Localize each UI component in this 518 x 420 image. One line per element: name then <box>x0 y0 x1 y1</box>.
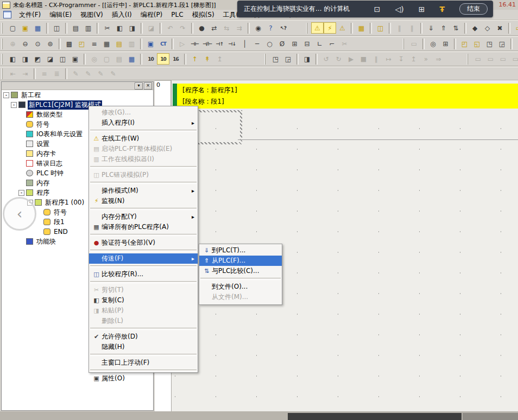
tree-expand-toggle[interactable] <box>18 112 24 118</box>
tree-expand-toggle[interactable] <box>18 180 24 186</box>
pause2-icon[interactable]: ∥ <box>406 22 418 34</box>
upload-from-plc-icon[interactable]: ⇑ <box>437 22 450 34</box>
cut-icon[interactable]: ✂ <box>101 22 113 34</box>
menu-view[interactable]: 视图(V) <box>76 10 108 20</box>
sub-to-plc[interactable]: ⇓ 到PLC(T)... <box>199 245 282 256</box>
simulation-play-icon[interactable]: ▶ <box>345 53 357 65</box>
tree-expand-toggle[interactable] <box>36 229 42 235</box>
indent-right-icon[interactable]: ⇥ <box>19 68 31 79</box>
work-online-icon[interactable]: ⚠ <box>311 22 324 34</box>
rung-comment-icon[interactable]: ▥ <box>125 38 138 49</box>
pause-monitoring-icon[interactable]: ⚠ <box>336 22 349 34</box>
ctx-compare-program[interactable]: ◫ 比较程序(R)... <box>89 269 198 279</box>
monitor-data-icon[interactable]: CT <box>157 38 169 49</box>
tree-item-new-project[interactable]: - 新工程 <box>2 90 153 100</box>
ctx-work-online-simulator[interactable]: ▥ 工作在线模拟器(I) <box>89 154 198 164</box>
tree-expand-toggle[interactable]: - <box>18 190 24 196</box>
function-block-icon[interactable]: ⊟ <box>301 38 313 49</box>
new-contact-icon[interactable]: ⊣⊢ <box>188 38 201 49</box>
tree-expand-toggle[interactable] <box>36 209 42 215</box>
share-back-button[interactable]: ‹ <box>3 197 36 231</box>
simulation-stop-icon[interactable]: ■ <box>357 53 370 65</box>
compare-programs-icon[interactable]: ◫ <box>50 22 63 34</box>
ctx-memory-allocation[interactable]: 内存分配(Y) ▸ <box>89 212 198 222</box>
tree-expand-toggle[interactable] <box>18 122 24 128</box>
end-session-button[interactable]: 结束 <box>459 3 488 15</box>
tree-expand-toggle[interactable] <box>18 170 24 176</box>
scrollbar-thumb[interactable] <box>288 413 462 420</box>
window-layout-icon[interactable]: ⊞ <box>419 5 425 14</box>
tree-expand-toggle[interactable] <box>18 141 24 147</box>
menu-program[interactable]: 编程(P) <box>136 10 167 20</box>
context-help-icon[interactable]: ↖? <box>277 22 289 34</box>
ctx-operating-mode[interactable]: 操作模式(M) ▸ <box>89 186 198 196</box>
force-cancel-icon[interactable]: ✖ <box>494 22 506 34</box>
ctx-compile-all-plc-programs[interactable]: ▦ 编译所有的PLC程序(A) <box>89 222 198 232</box>
ctx-copy[interactable]: ◧ 复制(C) <box>89 295 198 306</box>
new-instruction-icon[interactable]: ⊞ <box>288 38 301 49</box>
print-preview-icon[interactable]: ▥ <box>82 22 94 34</box>
find-next-icon[interactable]: ⇆ <box>220 22 233 34</box>
vertical-line-icon[interactable]: │ <box>238 38 251 49</box>
block-comment-icon[interactable]: ≡ <box>38 68 50 79</box>
ctx-properties[interactable]: ▣ 属性(O) <box>89 373 198 384</box>
ctx-paste[interactable]: ◨ 粘贴(P) <box>89 306 198 316</box>
invoke-fb-icon[interactable]: ∟ <box>313 38 326 49</box>
about-icon[interactable]: ◉ <box>252 22 264 34</box>
speaker-icon[interactable]: ◁) <box>395 5 403 14</box>
simulator-debug-icon[interactable]: ◨ <box>301 53 313 65</box>
new-closed-coil-icon[interactable]: Ø <box>276 38 288 49</box>
bottom-scrollbar[interactable] <box>0 411 518 420</box>
simulator-settings-icon[interactable]: ◲ <box>282 53 294 65</box>
tree-expand-toggle[interactable] <box>18 239 24 245</box>
plc-settings-icon[interactable]: ◎ <box>427 38 439 49</box>
ctx-plc-error-simulation[interactable]: ◫ PLC错误模拟(P) <box>89 170 198 180</box>
fb-parameter-icon[interactable]: ⌐ <box>326 38 338 49</box>
io-table-icon[interactable]: ▭ <box>408 38 420 49</box>
run-mode-icon[interactable]: ↺ <box>320 53 332 65</box>
continuous-step-icon[interactable]: » <box>420 53 432 65</box>
ctx-float-in-main-window[interactable]: 主窗口上浮动(F) <box>89 358 198 368</box>
ctx-allow-docking[interactable]: ✔ 允许停放(D) <box>89 332 198 342</box>
redo-icon[interactable]: ↷ <box>176 22 189 34</box>
ctx-work-online[interactable]: ⚠ 在线工作(W) <box>89 133 198 144</box>
new-closed-contact-icon[interactable]: ⊣/⊢ <box>201 38 213 49</box>
cross-reference-icon[interactable]: ▦ <box>100 38 113 49</box>
memory-view-icon[interactable]: ⊞ <box>439 38 452 49</box>
symbol-paste-icon[interactable]: ◱ <box>471 38 483 49</box>
tree-expand-toggle[interactable] <box>18 131 24 137</box>
download-to-plc-icon[interactable]: ⇓ <box>425 22 437 34</box>
mdi-child-icon[interactable] <box>3 11 11 18</box>
find-icon[interactable]: ● <box>195 22 208 34</box>
delete-rung-icon[interactable]: ✎ <box>94 68 107 79</box>
transfer-to-simulator-icon[interactable]: ◳ <box>269 53 282 65</box>
monitor-toggle-icon[interactable]: ◎ <box>88 53 100 65</box>
ctx-validate-symbols-all[interactable]: ● 验证符号(全部)(V) <box>89 238 198 248</box>
force-on-icon[interactable]: ◆ <box>469 22 481 34</box>
monitor-mode-icon[interactable]: ⚡ <box>324 22 336 34</box>
ctx-hide[interactable]: 隐藏(H) <box>89 342 198 352</box>
ctx-delete[interactable]: 删除(L) <box>89 316 198 326</box>
edit-rung-comment-icon[interactable]: ✎ <box>107 68 119 79</box>
ctx-monitor[interactable]: ⚡ 监视(N) <box>89 196 198 206</box>
menu-edit[interactable]: 编辑(E) <box>45 10 76 20</box>
io-comment-icon[interactable]: ▣ <box>144 38 157 49</box>
force-off-icon[interactable]: ◇ <box>481 22 494 34</box>
step-run-icon[interactable]: ↦ <box>382 53 395 65</box>
compare-with-plc-icon[interactable]: ⇅ <box>450 22 462 34</box>
transfer-warning-icon[interactable]: ◫ <box>374 22 387 34</box>
undo-icon[interactable]: ↶ <box>164 22 176 34</box>
save-icon[interactable]: ▦ <box>31 22 44 34</box>
copy-icon[interactable]: ◧ <box>113 22 126 34</box>
tile-horizontal-icon[interactable]: ◨ <box>19 53 31 65</box>
force-refresh-icon[interactable]: ↥ <box>213 53 226 65</box>
zoom-in-icon[interactable]: ⊕ <box>7 38 19 49</box>
print-icon[interactable]: ▤ <box>70 22 82 34</box>
symbol-copy-icon[interactable]: ◰ <box>458 38 471 49</box>
zoom-out-icon[interactable]: ⊖ <box>19 38 31 49</box>
menu-insert[interactable]: 插入(I) <box>108 10 136 20</box>
sub-from-plc[interactable]: ⇑ 从PLC(F)... <box>199 256 282 266</box>
zoom-fit-icon[interactable]: ⊙ <box>31 38 44 49</box>
paste-icon[interactable]: ◨ <box>126 22 138 34</box>
run-to-cursor-icon[interactable]: ⇒ <box>432 53 445 65</box>
